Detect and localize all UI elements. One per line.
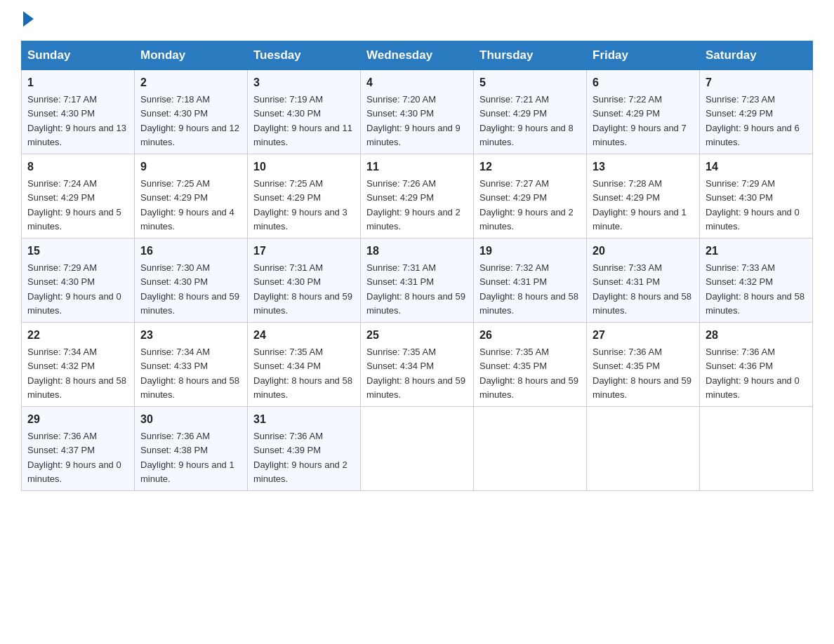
week-row-1: 1Sunrise: 7:17 AMSunset: 4:30 PMDaylight…: [22, 70, 813, 154]
col-header-tuesday: Tuesday: [248, 41, 361, 70]
calendar-cell: 25Sunrise: 7:35 AMSunset: 4:34 PMDayligh…: [361, 323, 474, 407]
calendar-cell: 6Sunrise: 7:22 AMSunset: 4:29 PMDaylight…: [587, 70, 700, 154]
calendar-cell: 4Sunrise: 7:20 AMSunset: 4:30 PMDaylight…: [361, 70, 474, 154]
day-number: 5: [479, 74, 581, 91]
day-info: Sunrise: 7:23 AMSunset: 4:29 PMDaylight:…: [706, 94, 800, 147]
day-info: Sunrise: 7:31 AMSunset: 4:31 PMDaylight:…: [366, 262, 465, 316]
day-number: 17: [253, 243, 355, 260]
day-number: 16: [140, 243, 241, 260]
calendar-cell: 7Sunrise: 7:23 AMSunset: 4:29 PMDaylight…: [700, 70, 813, 154]
day-number: 19: [479, 243, 581, 260]
day-number: 12: [479, 159, 581, 175]
day-info: Sunrise: 7:35 AMSunset: 4:35 PMDaylight:…: [479, 347, 578, 400]
day-number: 9: [140, 159, 241, 175]
day-number: 25: [366, 327, 468, 344]
day-info: Sunrise: 7:35 AMSunset: 4:34 PMDaylight:…: [366, 347, 465, 400]
calendar-cell: 12Sunrise: 7:27 AMSunset: 4:29 PMDayligh…: [474, 154, 587, 239]
day-info: Sunrise: 7:33 AMSunset: 4:31 PMDaylight:…: [593, 262, 691, 316]
day-number: 6: [593, 74, 694, 91]
calendar-cell: 24Sunrise: 7:35 AMSunset: 4:34 PMDayligh…: [248, 323, 361, 407]
calendar-cell: 20Sunrise: 7:33 AMSunset: 4:31 PMDayligh…: [587, 239, 700, 323]
day-number: 20: [593, 243, 694, 260]
calendar-cell: [474, 407, 587, 491]
day-number: 21: [706, 243, 807, 260]
calendar-cell: 9Sunrise: 7:25 AMSunset: 4:29 PMDaylight…: [135, 154, 248, 239]
day-info: Sunrise: 7:22 AMSunset: 4:29 PMDaylight:…: [593, 94, 687, 147]
week-row-3: 15Sunrise: 7:29 AMSunset: 4:30 PMDayligh…: [22, 239, 813, 323]
day-info: Sunrise: 7:17 AMSunset: 4:30 PMDaylight:…: [27, 94, 126, 147]
calendar-cell: [587, 407, 700, 491]
calendar-cell: 10Sunrise: 7:25 AMSunset: 4:29 PMDayligh…: [248, 154, 361, 239]
week-row-2: 8Sunrise: 7:24 AMSunset: 4:29 PMDaylight…: [22, 154, 813, 239]
logo: [21, 14, 34, 27]
calendar-cell: 28Sunrise: 7:36 AMSunset: 4:36 PMDayligh…: [700, 323, 813, 407]
calendar-cell: 29Sunrise: 7:36 AMSunset: 4:37 PMDayligh…: [22, 407, 135, 491]
calendar-cell: 21Sunrise: 7:33 AMSunset: 4:32 PMDayligh…: [700, 239, 813, 323]
day-number: 24: [253, 327, 355, 344]
day-info: Sunrise: 7:30 AMSunset: 4:30 PMDaylight:…: [140, 262, 239, 316]
day-number: 18: [366, 243, 468, 260]
day-info: Sunrise: 7:24 AMSunset: 4:29 PMDaylight:…: [27, 178, 121, 232]
day-info: Sunrise: 7:28 AMSunset: 4:29 PMDaylight:…: [593, 178, 687, 232]
day-info: Sunrise: 7:36 AMSunset: 4:39 PMDaylight:…: [253, 431, 348, 484]
page-header: [21, 14, 813, 27]
calendar-cell: [700, 407, 813, 491]
day-number: 23: [140, 327, 241, 344]
logo-arrow-icon: [23, 11, 34, 27]
day-info: Sunrise: 7:29 AMSunset: 4:30 PMDaylight:…: [706, 178, 800, 232]
day-number: 14: [706, 159, 807, 175]
day-number: 11: [366, 159, 468, 175]
day-info: Sunrise: 7:20 AMSunset: 4:30 PMDaylight:…: [366, 94, 461, 147]
day-info: Sunrise: 7:34 AMSunset: 4:33 PMDaylight:…: [140, 347, 239, 400]
day-info: Sunrise: 7:34 AMSunset: 4:32 PMDaylight:…: [27, 347, 126, 400]
calendar-cell: 26Sunrise: 7:35 AMSunset: 4:35 PMDayligh…: [474, 323, 587, 407]
col-header-thursday: Thursday: [474, 41, 587, 70]
day-info: Sunrise: 7:36 AMSunset: 4:35 PMDaylight:…: [593, 347, 691, 400]
day-number: 1: [27, 74, 128, 91]
day-info: Sunrise: 7:25 AMSunset: 4:29 PMDaylight:…: [140, 178, 234, 232]
col-header-monday: Monday: [135, 41, 248, 70]
calendar-cell: 1Sunrise: 7:17 AMSunset: 4:30 PMDaylight…: [22, 70, 135, 154]
calendar-cell: [361, 407, 474, 491]
day-number: 2: [140, 74, 241, 91]
day-number: 27: [593, 327, 694, 344]
calendar-cell: 17Sunrise: 7:31 AMSunset: 4:30 PMDayligh…: [248, 239, 361, 323]
day-number: 8: [27, 159, 128, 175]
day-number: 28: [706, 327, 807, 344]
day-info: Sunrise: 7:32 AMSunset: 4:31 PMDaylight:…: [479, 262, 578, 316]
calendar-cell: 5Sunrise: 7:21 AMSunset: 4:29 PMDaylight…: [474, 70, 587, 154]
col-header-wednesday: Wednesday: [361, 41, 474, 70]
calendar-cell: 19Sunrise: 7:32 AMSunset: 4:31 PMDayligh…: [474, 239, 587, 323]
day-number: 10: [253, 159, 355, 175]
day-info: Sunrise: 7:31 AMSunset: 4:30 PMDaylight:…: [253, 262, 352, 316]
header-row: SundayMondayTuesdayWednesdayThursdayFrid…: [22, 41, 813, 70]
calendar-cell: 14Sunrise: 7:29 AMSunset: 4:30 PMDayligh…: [700, 154, 813, 239]
day-info: Sunrise: 7:36 AMSunset: 4:36 PMDaylight:…: [706, 347, 800, 400]
day-number: 30: [140, 411, 241, 428]
calendar-cell: 15Sunrise: 7:29 AMSunset: 4:30 PMDayligh…: [22, 239, 135, 323]
week-row-5: 29Sunrise: 7:36 AMSunset: 4:37 PMDayligh…: [22, 407, 813, 491]
calendar-cell: 18Sunrise: 7:31 AMSunset: 4:31 PMDayligh…: [361, 239, 474, 323]
day-info: Sunrise: 7:25 AMSunset: 4:29 PMDaylight:…: [253, 178, 348, 232]
calendar-cell: 31Sunrise: 7:36 AMSunset: 4:39 PMDayligh…: [248, 407, 361, 491]
col-header-sunday: Sunday: [22, 41, 135, 70]
day-info: Sunrise: 7:35 AMSunset: 4:34 PMDaylight:…: [253, 347, 352, 400]
day-info: Sunrise: 7:19 AMSunset: 4:30 PMDaylight:…: [253, 94, 352, 147]
day-number: 7: [706, 74, 807, 91]
day-info: Sunrise: 7:36 AMSunset: 4:37 PMDaylight:…: [27, 431, 121, 484]
calendar-cell: 3Sunrise: 7:19 AMSunset: 4:30 PMDaylight…: [248, 70, 361, 154]
day-info: Sunrise: 7:27 AMSunset: 4:29 PMDaylight:…: [479, 178, 574, 232]
day-info: Sunrise: 7:26 AMSunset: 4:29 PMDaylight:…: [366, 178, 461, 232]
calendar-cell: 23Sunrise: 7:34 AMSunset: 4:33 PMDayligh…: [135, 323, 248, 407]
calendar-cell: 16Sunrise: 7:30 AMSunset: 4:30 PMDayligh…: [135, 239, 248, 323]
day-info: Sunrise: 7:18 AMSunset: 4:30 PMDaylight:…: [140, 94, 239, 147]
calendar-table: SundayMondayTuesdayWednesdayThursdayFrid…: [21, 41, 813, 491]
calendar-cell: 2Sunrise: 7:18 AMSunset: 4:30 PMDaylight…: [135, 70, 248, 154]
day-number: 29: [27, 411, 128, 428]
day-number: 15: [27, 243, 128, 260]
calendar-cell: 11Sunrise: 7:26 AMSunset: 4:29 PMDayligh…: [361, 154, 474, 239]
day-info: Sunrise: 7:33 AMSunset: 4:32 PMDaylight:…: [706, 262, 805, 316]
day-number: 13: [593, 159, 694, 175]
col-header-friday: Friday: [587, 41, 700, 70]
calendar-cell: 13Sunrise: 7:28 AMSunset: 4:29 PMDayligh…: [587, 154, 700, 239]
